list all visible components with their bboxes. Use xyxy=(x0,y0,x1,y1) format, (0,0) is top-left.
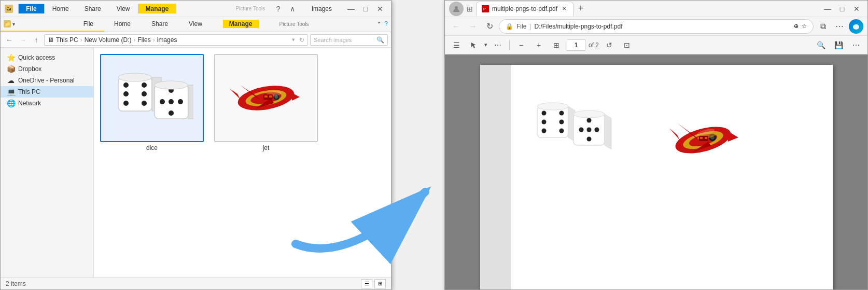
svg-rect-29 xyxy=(269,95,272,98)
address-bookmark-icon[interactable]: ☆ xyxy=(802,23,807,30)
svg-point-39 xyxy=(541,129,546,133)
sidebar-label-this-pc: This PC xyxy=(18,88,40,95)
quick-access-down[interactable]: ▾ xyxy=(12,21,15,27)
pdf-more-options-btn[interactable]: ⋯ xyxy=(849,38,863,52)
browser-refresh-btn[interactable]: ↻ xyxy=(482,19,497,34)
search-icon: 🔍 xyxy=(376,36,384,44)
browser-profile-btn[interactable] xyxy=(449,2,464,16)
browser-back-btn[interactable]: ← xyxy=(449,19,464,34)
back-btn[interactable]: ← xyxy=(4,34,15,46)
pdf-save-btn[interactable]: 💾 xyxy=(831,38,846,52)
pdf-cursor-down[interactable]: ▾ xyxy=(484,42,487,48)
sidebar-item-quick-access[interactable]: ⭐ Quick access xyxy=(1,52,93,63)
picture-tools-label: Picture Tools xyxy=(235,6,265,11)
pdf-more-tools-btn[interactable]: ⋯ xyxy=(491,38,505,52)
browser-forward-btn[interactable]: → xyxy=(466,19,480,34)
svg-point-37 xyxy=(541,111,546,116)
svg-marker-56 xyxy=(728,131,738,142)
svg-point-12 xyxy=(169,99,174,104)
browser-minimize-btn[interactable]: — xyxy=(821,4,834,14)
file-thumb-dice[interactable] xyxy=(100,54,204,142)
up-btn[interactable]: ↑ xyxy=(31,34,42,46)
svg-point-2 xyxy=(123,91,129,96)
tab-close-btn[interactable]: ✕ xyxy=(561,5,568,12)
tab-manage[interactable]: Manage xyxy=(138,4,177,13)
browser-split-tab-btn[interactable]: ⧉ xyxy=(816,19,830,34)
address-zoom-icon[interactable]: ⊕ xyxy=(794,23,799,30)
pdf-zoom-out-btn[interactable]: − xyxy=(514,38,528,52)
address-bar: ← → ↑ 🖥 This PC › New Volume (D:) › File… xyxy=(1,32,391,48)
breadcrumb[interactable]: 🖥 This PC › New Volume (D:) › Files › im… xyxy=(44,34,308,46)
forward-btn[interactable]: → xyxy=(17,34,29,46)
ribbon-manage-tab-label[interactable]: Manage xyxy=(223,20,259,28)
tab-share[interactable]: Share xyxy=(77,4,109,13)
ribbon-up-arrow[interactable]: ⌃ xyxy=(377,21,381,27)
content-area: dice xyxy=(94,48,391,277)
svg-point-43 xyxy=(537,103,568,110)
browser-close-btn[interactable]: ✕ xyxy=(850,4,863,14)
title-bar-icons: 🗂 xyxy=(5,5,13,13)
pdf-contents-btn[interactable]: ☰ xyxy=(449,38,464,52)
pdf-fit-btn[interactable]: ⊞ xyxy=(549,38,564,52)
view-details-btn[interactable]: ☰ xyxy=(361,279,372,288)
tab-view[interactable]: View xyxy=(109,4,138,13)
tab-home[interactable]: Home xyxy=(45,4,77,13)
pdf-dice-group xyxy=(532,91,625,163)
search-box[interactable]: Search images 🔍 xyxy=(310,34,388,46)
browser-title-bar: ⊞ P multiple-pngs-to-pdf.pdf ✕ + — □ ✕ xyxy=(445,1,867,17)
pdf-divider-1 xyxy=(509,40,510,50)
tab-favicon: P xyxy=(482,5,489,12)
view-toggle-btns: ☰ ⊞ xyxy=(361,279,386,288)
explorer-minimize-btn[interactable]: — xyxy=(344,4,358,14)
svg-point-11 xyxy=(160,99,165,104)
sidebar-item-dropbox[interactable]: 📦 Dropbox xyxy=(1,63,93,75)
ribbon-home-tab-label[interactable]: Home xyxy=(114,20,131,27)
svg-point-40 xyxy=(559,111,564,116)
browser-tab-pdf[interactable]: P multiple-pngs-to-pdf.pdf ✕ xyxy=(476,2,573,16)
pdf-prev-page-btn[interactable]: ↺ xyxy=(602,38,617,52)
svg-point-38 xyxy=(541,120,546,125)
svg-rect-66 xyxy=(705,137,707,139)
svg-point-13 xyxy=(178,99,183,104)
browser-maximize-btn[interactable]: □ xyxy=(835,4,849,14)
sidebar-item-network[interactable]: 🌐 Network xyxy=(1,98,93,109)
list-item[interactable]: jet xyxy=(214,54,318,151)
ribbon-view-tab-label[interactable]: View xyxy=(189,20,202,27)
svg-point-6 xyxy=(142,101,147,106)
svg-rect-65 xyxy=(700,137,703,139)
tab-file[interactable]: File xyxy=(18,4,45,14)
view-large-btn[interactable]: ⊞ xyxy=(374,279,386,288)
browser-more-btn[interactable]: ⋯ xyxy=(832,19,847,34)
pdf-page xyxy=(480,65,833,289)
pdf-search-btn[interactable]: 🔍 xyxy=(814,38,828,52)
ribbon-file-tab-label[interactable]: File xyxy=(83,20,93,27)
browser-window: ⊞ P multiple-pngs-to-pdf.pdf ✕ + — □ ✕ ←… xyxy=(444,0,868,290)
pdf-left-panel xyxy=(480,65,511,289)
file-thumb-jet[interactable] xyxy=(214,54,318,142)
refresh-btn[interactable]: ↻ xyxy=(299,36,304,44)
explorer-maximize-btn[interactable]: □ xyxy=(359,4,372,14)
pdf-cursor-btn[interactable] xyxy=(467,38,481,52)
pdf-page-input[interactable] xyxy=(567,39,585,51)
svg-marker-20 xyxy=(292,93,300,101)
browser-new-tab-grid-btn[interactable]: ⊞ xyxy=(466,5,474,13)
ribbon-help-btn[interactable]: ? xyxy=(384,20,388,27)
explorer-help-btn[interactable]: ? xyxy=(271,4,285,14)
ribbon-collapse-btn[interactable]: ∧ xyxy=(286,4,299,14)
svg-rect-28 xyxy=(264,95,268,98)
address-bar-input[interactable]: 🔒 File | D:/Files/multiple-pngs-to-pdf.p… xyxy=(499,19,814,34)
pdf-next-page-btn[interactable]: ⊡ xyxy=(620,38,634,52)
ribbon-share-tab-label[interactable]: Share xyxy=(151,20,168,27)
svg-point-34 xyxy=(853,24,859,30)
explorer-close-btn[interactable]: ✕ xyxy=(373,4,387,14)
new-tab-btn[interactable]: + xyxy=(575,3,587,15)
sidebar-item-onedrive[interactable]: ☁ OneDrive - Personal xyxy=(1,75,93,86)
svg-marker-59 xyxy=(669,128,680,140)
sidebar-item-this-pc[interactable]: 💻 This PC xyxy=(1,86,93,98)
svg-point-47 xyxy=(579,128,583,132)
list-item[interactable]: dice xyxy=(100,54,204,151)
pdf-zoom-in-btn[interactable]: + xyxy=(531,38,546,52)
pdf-images-area xyxy=(496,80,817,175)
svg-text:P: P xyxy=(483,7,486,11)
svg-rect-16 xyxy=(188,85,193,119)
